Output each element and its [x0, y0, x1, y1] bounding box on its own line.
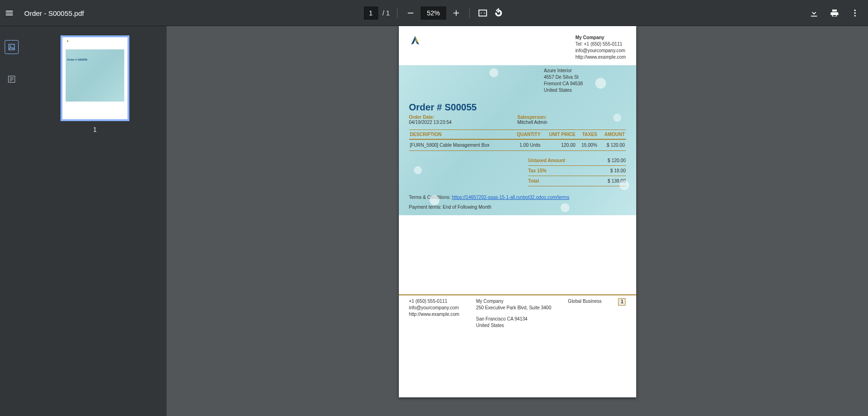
- order-date-label: Order Date:: [409, 115, 518, 120]
- total-value: $ 138.00: [608, 178, 626, 184]
- totals-block: Untaxed Amount $ 120.00 Tax 15% $ 18.00 …: [528, 156, 626, 186]
- order-title: Order # S00055: [409, 102, 626, 113]
- thumbnail-panel: ✦ Order # S00055 1: [23, 26, 167, 416]
- fit-page-icon[interactable]: [477, 7, 488, 19]
- salesperson-value: Mitchell Admin: [518, 120, 626, 125]
- footer-street: 250 Executive Park Blvd, Suite 3400: [476, 305, 552, 311]
- customer-street: 4557 De Silva St: [544, 74, 626, 81]
- line-price: 120.00: [541, 139, 576, 151]
- svg-rect-1: [479, 10, 487, 16]
- col-amount: AMOUNT: [598, 130, 626, 140]
- document-title: Order - S00055.pdf: [24, 9, 84, 17]
- sidebar: ✦ Order # S00055 1: [0, 26, 167, 416]
- untaxed-label: Untaxed Amount: [528, 158, 565, 163]
- terms-label: Terms & Conditions:: [409, 195, 452, 200]
- svg-rect-8: [10, 77, 13, 78]
- company-block: My Company Tel: +1 (650) 555-0111 info@y…: [575, 34, 626, 61]
- svg-rect-10: [10, 80, 12, 81]
- footer-phone: +1 (650) 555-0111: [409, 298, 459, 305]
- pdf-page: My Company Tel: +1 (650) 555-0111 info@y…: [399, 26, 636, 397]
- zoom-level[interactable]: 52%: [421, 7, 446, 20]
- salesperson-label: Salesperson:: [518, 115, 626, 120]
- meta-row: Order Date: 04/19/2022 13:23:54 Salesper…: [409, 115, 626, 125]
- page-total-label: / 1: [383, 9, 390, 17]
- thumbnail-1[interactable]: ✦ Order # S00055: [61, 35, 129, 121]
- terms-link[interactable]: https://14657202-saas-15-1-all.runbot32.…: [452, 195, 569, 200]
- company-tel: Tel: +1 (650) 555-0111: [575, 41, 626, 48]
- customer-country: United States: [544, 87, 626, 94]
- line-items-table: DESCRIPTION QUANTITY UNIT PRICE TAXES AM…: [409, 130, 626, 151]
- col-quantity: QUANTITY: [510, 130, 541, 140]
- footer-left: +1 (650) 555-0111 info@yourcompany.com h…: [409, 298, 459, 329]
- order-date-value: 04/19/2022 13:23:54: [409, 120, 518, 125]
- company-web: http://www.example.com: [575, 54, 626, 61]
- footer-country: United States: [476, 322, 552, 329]
- terms-line: Terms & Conditions: https://14657202-saa…: [409, 195, 626, 200]
- col-taxes: TAXES: [576, 130, 598, 140]
- footer-business: Global Business: [568, 298, 601, 305]
- line-qty: 1.00 Units: [510, 139, 541, 151]
- sidebar-tabs: [0, 26, 23, 416]
- col-unit-price: UNIT PRICE: [541, 130, 576, 140]
- tax-label: Tax 15%: [528, 168, 546, 173]
- toolbar-right: [808, 7, 864, 19]
- payment-terms: Payment terms: End of Following Month: [409, 205, 626, 210]
- svg-point-2: [854, 10, 855, 11]
- logo-icon: [409, 34, 421, 61]
- viewer[interactable]: My Company Tel: +1 (650) 555-0111 info@y…: [167, 26, 868, 416]
- total-label: Total: [528, 178, 539, 184]
- rotate-icon[interactable]: [493, 7, 504, 19]
- customer-name: Azure Interior: [544, 68, 626, 74]
- footer-right: Global Business: [568, 298, 601, 329]
- line-amount: $ 120.00: [598, 139, 626, 151]
- order-body: Azure Interior 4557 De Silva St Fremont …: [399, 65, 636, 215]
- outline-tab-icon[interactable]: [6, 74, 17, 85]
- company-email: info@yourcompany.com: [575, 48, 626, 54]
- menu-icon[interactable]: [4, 7, 15, 19]
- pdf-toolbar: Order - S00055.pdf / 1 52%: [0, 0, 868, 26]
- divider: [469, 7, 470, 19]
- table-row: [FURN_5800] Cable Management Box 1.00 Un…: [409, 139, 626, 151]
- page-number-input[interactable]: [364, 7, 378, 20]
- footer-email: info@yourcompany.com: [409, 305, 459, 311]
- customer-city: Fremont CA 94538: [544, 81, 626, 87]
- page-footer: +1 (650) 555-0111 info@yourcompany.com h…: [399, 294, 636, 335]
- toolbar-center: / 1 52%: [364, 7, 505, 20]
- line-desc: [FURN_5800] Cable Management Box: [409, 139, 510, 151]
- page-number-box: 1: [618, 298, 626, 306]
- svg-point-6: [10, 46, 11, 47]
- tax-value: $ 18.00: [610, 168, 626, 173]
- zoom-in-icon[interactable]: [451, 7, 462, 19]
- untaxed-value: $ 120.00: [608, 158, 626, 163]
- footer-city: San Francisco CA 94134: [476, 316, 552, 322]
- svg-point-4: [854, 15, 855, 16]
- divider: [397, 7, 397, 19]
- line-taxes: 15.00%: [576, 139, 598, 151]
- svg-rect-5: [9, 44, 14, 50]
- thumbnails-tab-icon[interactable]: [5, 40, 19, 54]
- footer-web: http://www.example.com: [409, 311, 459, 318]
- zoom-out-icon[interactable]: [405, 7, 416, 19]
- download-icon[interactable]: [808, 7, 820, 19]
- more-icon[interactable]: [849, 7, 861, 19]
- thumbnail-index: 1: [93, 126, 97, 133]
- toolbar-left: Order - S00055.pdf: [4, 7, 84, 19]
- customer-block: Azure Interior 4557 De Silva St Fremont …: [544, 65, 626, 94]
- company-name: My Company: [575, 34, 626, 41]
- print-icon[interactable]: [829, 7, 840, 19]
- svg-point-3: [854, 12, 855, 14]
- footer-company: My Company: [476, 298, 552, 305]
- svg-rect-0: [408, 13, 413, 14]
- viewer-body: ✦ Order # S00055 1 My Company Tel: +1 (6…: [0, 26, 868, 416]
- footer-mid: My Company 250 Executive Park Blvd, Suit…: [476, 298, 552, 329]
- col-description: DESCRIPTION: [409, 130, 510, 140]
- footer-pagenum: 1: [618, 298, 626, 329]
- svg-rect-9: [10, 79, 13, 80]
